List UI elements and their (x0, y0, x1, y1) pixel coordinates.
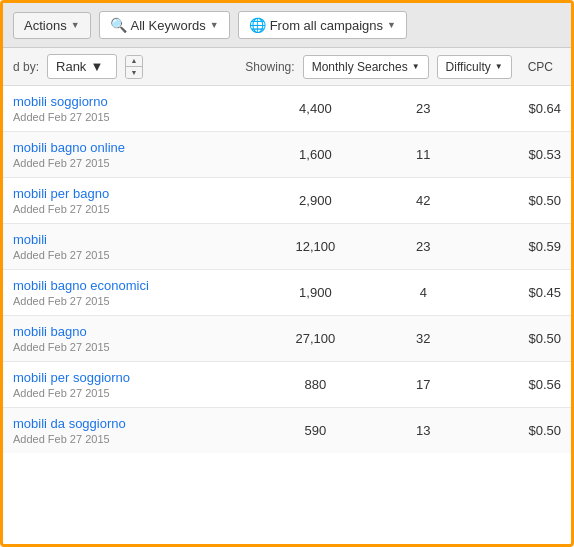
sort-down-button[interactable]: ▼ (126, 66, 142, 78)
monthly-searches-cell: 1,600 (259, 132, 373, 178)
rank-caret-icon: ▼ (90, 59, 103, 74)
keyword-link[interactable]: mobili bagno economici (13, 278, 249, 293)
cpc-cell: $0.50 (474, 178, 571, 224)
difficulty-cell: 17 (372, 362, 474, 408)
sort-by-label: d by: (13, 60, 39, 74)
keyword-date: Added Feb 27 2015 (13, 111, 249, 123)
keyword-cell: mobili Added Feb 27 2015 (3, 224, 259, 270)
difficulty-label: Difficulty (446, 60, 491, 74)
cpc-cell: $0.50 (474, 316, 571, 362)
cpc-label: CPC (520, 60, 561, 74)
filter-bar: d by: Rank ▼ ▲ ▼ Showing: Monthly Search… (3, 48, 571, 86)
keyword-cell: mobili bagno economici Added Feb 27 2015 (3, 270, 259, 316)
actions-button[interactable]: Actions ▼ (13, 12, 91, 39)
keyword-date: Added Feb 27 2015 (13, 157, 249, 169)
all-keywords-dropdown[interactable]: 🔍 All Keywords ▼ (99, 11, 230, 39)
keyword-link[interactable]: mobili da soggiorno (13, 416, 249, 431)
difficulty-caret-icon: ▼ (495, 62, 503, 71)
sort-up-button[interactable]: ▲ (126, 56, 142, 67)
difficulty-cell: 23 (372, 224, 474, 270)
toolbar: Actions ▼ 🔍 All Keywords ▼ 🌐 From all ca… (3, 3, 571, 48)
table-row: mobili soggiorno Added Feb 27 2015 4,400… (3, 86, 571, 132)
rank-label: Rank (56, 59, 86, 74)
difficulty-cell: 4 (372, 270, 474, 316)
table-row: mobili bagno online Added Feb 27 2015 1,… (3, 132, 571, 178)
cpc-cell: $0.56 (474, 362, 571, 408)
monthly-searches-cell: 27,100 (259, 316, 373, 362)
keyword-cell: mobili soggiorno Added Feb 27 2015 (3, 86, 259, 132)
cpc-cell: $0.53 (474, 132, 571, 178)
keyword-link[interactable]: mobili bagno (13, 324, 249, 339)
keyword-cell: mobili bagno online Added Feb 27 2015 (3, 132, 259, 178)
keyword-cell: mobili per bagno Added Feb 27 2015 (3, 178, 259, 224)
monthly-searches-cell: 1,900 (259, 270, 373, 316)
all-keywords-label: All Keywords (131, 18, 206, 33)
keyword-link[interactable]: mobili per bagno (13, 186, 249, 201)
difficulty-dropdown[interactable]: Difficulty ▼ (437, 55, 512, 79)
actions-label: Actions (24, 18, 67, 33)
campaigns-dropdown[interactable]: 🌐 From all campaigns ▼ (238, 11, 407, 39)
table-row: mobili Added Feb 27 2015 12,100 23 $0.59 (3, 224, 571, 270)
keyword-link[interactable]: mobili (13, 232, 249, 247)
keyword-link[interactable]: mobili soggiorno (13, 94, 249, 109)
cpc-cell: $0.64 (474, 86, 571, 132)
table-row: mobili per bagno Added Feb 27 2015 2,900… (3, 178, 571, 224)
difficulty-cell: 13 (372, 408, 474, 454)
keyword-date: Added Feb 27 2015 (13, 433, 249, 445)
keywords-caret-icon: ▼ (210, 20, 219, 30)
cpc-cell: $0.59 (474, 224, 571, 270)
keyword-date: Added Feb 27 2015 (13, 203, 249, 215)
monthly-searches-cell: 12,100 (259, 224, 373, 270)
monthly-searches-cell: 4,400 (259, 86, 373, 132)
difficulty-cell: 11 (372, 132, 474, 178)
keyword-date: Added Feb 27 2015 (13, 341, 249, 353)
table-row: mobili da soggiorno Added Feb 27 2015 59… (3, 408, 571, 454)
sort-buttons: ▲ ▼ (125, 55, 143, 79)
actions-caret-icon: ▼ (71, 20, 80, 30)
keyword-date: Added Feb 27 2015 (13, 387, 249, 399)
keyword-link[interactable]: mobili per soggiorno (13, 370, 249, 385)
showing-label: Showing: (245, 60, 294, 74)
monthly-searches-label: Monthly Searches (312, 60, 408, 74)
campaigns-label: From all campaigns (270, 18, 383, 33)
keyword-link[interactable]: mobili bagno online (13, 140, 249, 155)
keyword-cell: mobili da soggiorno Added Feb 27 2015 (3, 408, 259, 454)
monthly-searches-cell: 2,900 (259, 178, 373, 224)
difficulty-cell: 32 (372, 316, 474, 362)
globe-icon: 🌐 (249, 17, 266, 33)
rank-dropdown[interactable]: Rank ▼ (47, 54, 117, 79)
monthly-searches-caret-icon: ▼ (412, 62, 420, 71)
keyword-date: Added Feb 27 2015 (13, 249, 249, 261)
cpc-cell: $0.45 (474, 270, 571, 316)
difficulty-cell: 23 (372, 86, 474, 132)
main-container: Actions ▼ 🔍 All Keywords ▼ 🌐 From all ca… (0, 0, 574, 547)
cpc-cell: $0.50 (474, 408, 571, 454)
keyword-date: Added Feb 27 2015 (13, 295, 249, 307)
difficulty-cell: 42 (372, 178, 474, 224)
search-icon: 🔍 (110, 17, 127, 33)
monthly-searches-cell: 880 (259, 362, 373, 408)
keyword-cell: mobili bagno Added Feb 27 2015 (3, 316, 259, 362)
keywords-table: mobili soggiorno Added Feb 27 2015 4,400… (3, 86, 571, 453)
keyword-cell: mobili per soggiorno Added Feb 27 2015 (3, 362, 259, 408)
campaigns-caret-icon: ▼ (387, 20, 396, 30)
table-row: mobili bagno Added Feb 27 2015 27,100 32… (3, 316, 571, 362)
monthly-searches-dropdown[interactable]: Monthly Searches ▼ (303, 55, 429, 79)
table-row: mobili bagno economici Added Feb 27 2015… (3, 270, 571, 316)
monthly-searches-cell: 590 (259, 408, 373, 454)
table-row: mobili per soggiorno Added Feb 27 2015 8… (3, 362, 571, 408)
